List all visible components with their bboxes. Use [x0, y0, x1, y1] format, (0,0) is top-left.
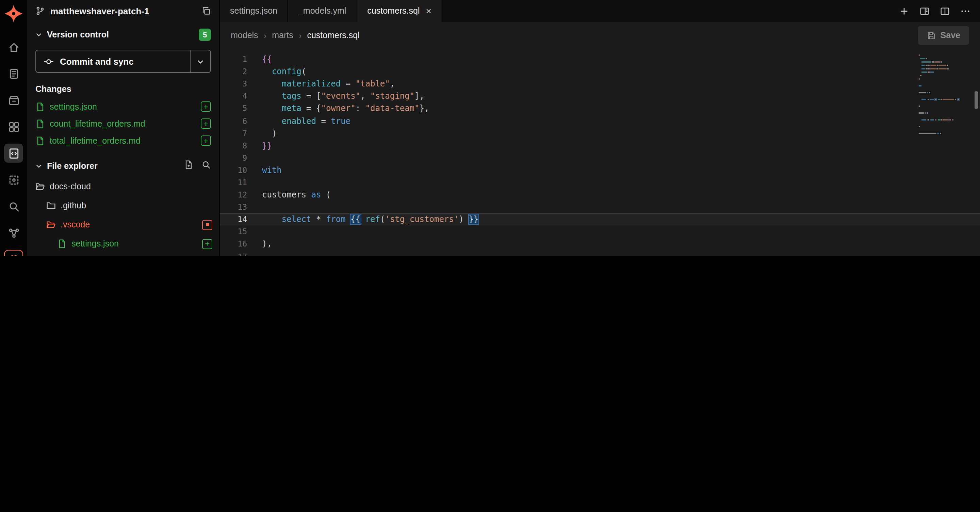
code-line[interactable]: 11 — [220, 176, 980, 188]
folder-.github[interactable]: .github — [27, 196, 219, 215]
search-icon[interactable] — [202, 160, 211, 172]
line-number: 2 — [220, 67, 247, 76]
breadcrumb-row: models›marts›customers.sql Save — [220, 22, 980, 49]
tab-_models.yml[interactable]: _models.yml — [288, 0, 357, 22]
new-file-icon[interactable] — [184, 160, 193, 172]
split-editor-icon[interactable] — [940, 6, 950, 16]
breadcrumb: models›marts›customers.sql — [231, 30, 360, 40]
commit-and-sync-button[interactable]: Commit and sync — [35, 50, 211, 73]
code-line[interactable]: 2 config( — [220, 65, 980, 78]
code-line[interactable]: 16), — [220, 238, 980, 250]
changed-file-row[interactable]: settings.json+ — [35, 98, 211, 115]
breadcrumb-separator: › — [264, 30, 267, 40]
folder-icon — [46, 201, 56, 211]
file-settings.json[interactable]: settings.json+ — [27, 234, 219, 253]
chevron-down-icon[interactable] — [35, 31, 42, 38]
folder-docs-cloud[interactable]: docs-cloud — [27, 177, 219, 196]
explore-icon[interactable] — [4, 197, 23, 216]
modified-indicator — [202, 220, 212, 230]
tab-customers.sql[interactable]: customers.sql× — [357, 0, 442, 22]
code-line[interactable]: 6 enabled = true — [220, 115, 980, 127]
home-icon[interactable] — [4, 37, 23, 56]
more-options-icon[interactable] — [960, 6, 970, 16]
code-line[interactable]: 9 — [220, 152, 980, 164]
code-line[interactable]: 12customers as ( — [220, 188, 980, 201]
folder-.vscode[interactable]: .vscode — [27, 215, 219, 234]
line-number: 16 — [220, 239, 247, 249]
file-tree: docs-cloud.github.vscodesettings.json+an… — [27, 177, 219, 256]
line-number: 13 — [220, 202, 247, 212]
changed-file-name: count_lifetime_orders.md — [50, 119, 145, 128]
code-line[interactable]: 17 — [220, 250, 980, 256]
changed-file-name: total_lifetime_orders.md — [50, 136, 140, 145]
copilot-icon[interactable] — [4, 250, 23, 256]
changes-count-badge: 5 — [199, 29, 211, 41]
code-line[interactable]: 15 — [220, 226, 980, 238]
line-number: 10 — [220, 166, 247, 175]
code-line[interactable]: 14 select * from {{ ref('stg_customers')… — [220, 213, 980, 225]
changes-label: Changes — [35, 85, 211, 94]
line-number: 1 — [220, 54, 247, 64]
line-number: 14 — [220, 215, 247, 224]
line-number: 11 — [220, 178, 247, 187]
apps-icon[interactable] — [4, 117, 23, 136]
branch-bar: matthewshaver-patch-1 — [27, 0, 219, 22]
code-line[interactable]: 10with — [220, 164, 980, 176]
line-number: 5 — [220, 104, 247, 113]
chevron-down-icon[interactable] — [35, 163, 42, 169]
code-line[interactable]: 4 tags = ["events", "staging"], — [220, 90, 980, 102]
line-number: 7 — [220, 128, 247, 138]
code-editor[interactable]: 1{{2 config(3 materialized = "table",4 t… — [220, 49, 980, 256]
notebook-icon[interactable] — [4, 64, 23, 83]
line-number: 6 — [220, 116, 247, 126]
canvas-icon[interactable] — [4, 170, 23, 189]
open-editors-icon[interactable] — [920, 6, 930, 16]
breadcrumb-item[interactable]: customers.sql — [307, 30, 360, 40]
tab-settings.json[interactable]: settings.json — [220, 0, 288, 22]
breadcrumb-item[interactable]: marts — [272, 30, 293, 40]
line-number: 15 — [220, 227, 247, 237]
branch-name: matthewshaver-patch-1 — [50, 6, 149, 16]
folder-icon — [46, 220, 56, 230]
close-tab-icon[interactable]: × — [426, 6, 431, 16]
code-line[interactable]: 5 meta = {"owner": "data-team"}, — [220, 102, 980, 115]
deploy-icon[interactable] — [4, 91, 23, 110]
commit-options-chevron-icon[interactable] — [190, 50, 210, 72]
changed-file-row[interactable]: total_lifetime_orders.md+ — [35, 132, 211, 149]
file-icon — [35, 136, 45, 145]
git-commit-icon — [43, 56, 54, 66]
folder-analyses[interactable]: analyses — [27, 253, 219, 256]
minimap[interactable] — [919, 54, 969, 136]
file-explorer-section: File explorer docs-cloud.github.vscodese… — [27, 160, 219, 256]
breadcrumb-separator: › — [299, 30, 302, 40]
code-line[interactable]: 1{{ — [220, 53, 980, 65]
git-branch-icon — [35, 6, 45, 16]
scrollbar-thumb[interactable] — [975, 91, 978, 109]
save-button[interactable]: Save — [918, 26, 969, 45]
breadcrumb-item[interactable]: models — [231, 30, 258, 40]
copy-branch-icon[interactable] — [202, 6, 211, 16]
line-number: 12 — [220, 190, 247, 199]
code-line[interactable]: 8}} — [220, 139, 980, 152]
changes-list: settings.json+count_lifetime_orders.md+t… — [35, 98, 211, 149]
added-indicator: + — [201, 101, 211, 112]
line-number: 4 — [220, 92, 247, 101]
lineage-icon[interactable] — [4, 223, 23, 242]
save-icon — [927, 31, 936, 40]
line-number: 9 — [220, 153, 247, 163]
added-indicator: + — [202, 239, 212, 249]
dbt-logo[interactable] — [4, 4, 23, 23]
folder-icon — [35, 182, 45, 191]
left-panel: matthewshaver-patch-1 Version control 5 … — [27, 0, 220, 256]
new-tab-icon[interactable] — [899, 6, 909, 16]
develop-icon[interactable] — [4, 144, 23, 163]
file-icon — [35, 102, 45, 111]
icon-rail — [0, 0, 27, 256]
dbt-cloud-ide: matthewshaver-patch-1 Version control 5 … — [0, 0, 980, 256]
version-control-title: Version control — [47, 30, 109, 40]
code-line[interactable]: 7 ) — [220, 127, 980, 139]
line-number: 3 — [220, 79, 247, 89]
code-line[interactable]: 3 materialized = "table", — [220, 78, 980, 90]
code-line[interactable]: 13 — [220, 201, 980, 213]
changed-file-row[interactable]: count_lifetime_orders.md+ — [35, 115, 211, 132]
